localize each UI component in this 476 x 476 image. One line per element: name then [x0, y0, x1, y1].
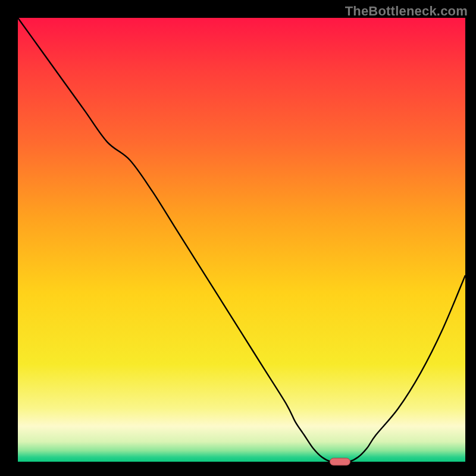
chart-frame: { "watermark": "TheBottleneck.com", "col…: [0, 0, 476, 476]
gradient-background: [18, 18, 465, 462]
optimal-marker: [330, 458, 350, 465]
bottleneck-chart: [0, 0, 476, 476]
